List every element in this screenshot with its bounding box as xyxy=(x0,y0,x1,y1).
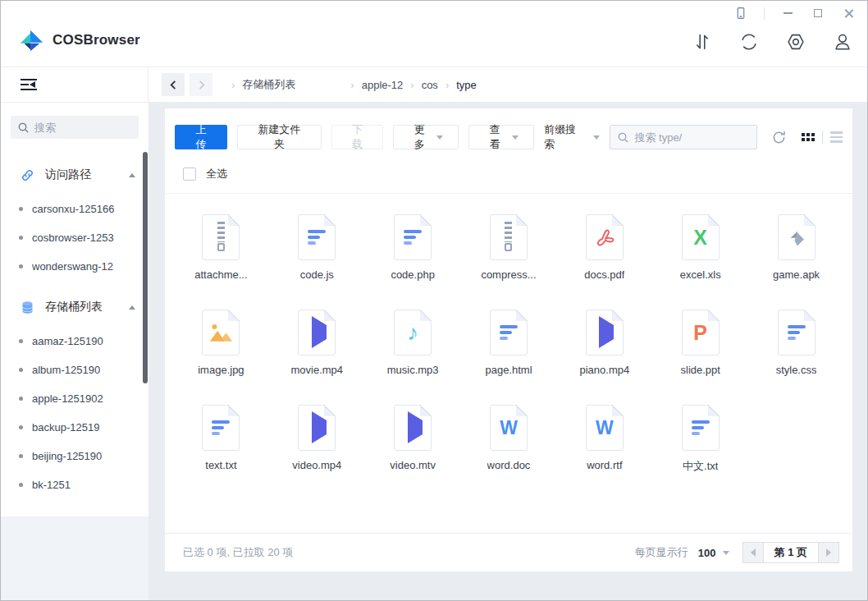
chevron-down-icon xyxy=(593,135,600,140)
page-fold xyxy=(804,310,815,321)
file-item[interactable]: style.css xyxy=(748,310,844,376)
breadcrumb-item[interactable]: apple-12 xyxy=(362,79,404,91)
app-window: COSBrowser xyxy=(0,0,868,601)
maximize-button[interactable] xyxy=(811,6,825,21)
apk-file-icon xyxy=(786,227,807,248)
file-item[interactable]: movie.mp4 xyxy=(269,310,365,376)
select-all-label: 全选 xyxy=(206,167,227,181)
per-page-dropdown[interactable]: 100 xyxy=(698,547,729,559)
file-item[interactable]: piano.mp4 xyxy=(556,310,652,376)
video-file-icon xyxy=(595,325,614,340)
transfer-list-icon[interactable] xyxy=(691,30,714,53)
breadcrumb-item[interactable]: cos xyxy=(422,79,438,91)
page-fold xyxy=(324,405,336,416)
file-item[interactable]: video.mtv xyxy=(365,405,461,474)
titlebar: COSBrowser xyxy=(1,1,867,67)
page-fold xyxy=(324,310,336,321)
breadcrumb-separator: › xyxy=(445,79,449,91)
file-item[interactable]: P slide.ppt xyxy=(652,310,748,376)
list-view-icon[interactable] xyxy=(830,131,843,143)
music-file-icon: ♪ xyxy=(407,322,418,344)
file-item[interactable]: game.apk xyxy=(748,214,844,281)
prev-page-button[interactable] xyxy=(742,542,764,563)
file-item[interactable]: 中文.txt xyxy=(652,405,748,474)
sidebar-item-access-path[interactable]: wonderswang-12 xyxy=(1,252,148,281)
file-item[interactable]: code.php xyxy=(365,214,461,281)
section-access-paths: 访问路径 carsonxu-125166 xyxy=(1,160,148,281)
minimize-button[interactable] xyxy=(780,6,795,21)
download-button[interactable]: 下载 xyxy=(331,125,384,149)
sidebar-item-bucket[interactable]: bk-1251 xyxy=(1,470,148,499)
back-button[interactable] xyxy=(162,73,185,96)
file-item[interactable]: W word.doc xyxy=(461,405,557,474)
sidebar-search[interactable] xyxy=(11,116,139,139)
file-item[interactable]: text.txt xyxy=(173,405,269,474)
app-title: COSBrowser xyxy=(53,32,140,48)
sidebar-item-access-path[interactable]: carsonxu-125166 xyxy=(1,195,148,223)
sidebar-item-bucket[interactable]: backup-12519 xyxy=(1,413,148,442)
video-file-icon xyxy=(404,420,423,435)
section-header-bucket-list[interactable]: 存储桶列表 xyxy=(1,292,148,322)
section-header-access-paths[interactable]: 访问路径 xyxy=(1,160,148,190)
page-fold xyxy=(420,310,432,321)
link-icon xyxy=(20,167,35,183)
view-button[interactable]: 查看 xyxy=(468,125,534,149)
user-icon[interactable] xyxy=(831,30,854,53)
sidebar-item-bucket[interactable]: album-125190 xyxy=(1,356,148,384)
page-fold xyxy=(612,214,624,226)
breadcrumb-item[interactable]: 存储桶列表 xyxy=(242,77,295,92)
file-item[interactable]: compress... xyxy=(461,214,557,281)
lines-file-icon xyxy=(788,325,806,340)
current-page-indicator: 第 1 页 xyxy=(763,542,819,563)
refresh-icon[interactable] xyxy=(767,126,790,149)
doc-file-icon: W xyxy=(500,419,518,438)
sidebar-item-bucket[interactable]: apple-1251902 xyxy=(1,384,148,413)
file-search-input[interactable] xyxy=(634,131,750,144)
mobile-icon[interactable] xyxy=(733,6,748,21)
close-button[interactable] xyxy=(841,6,856,21)
sidebar-item-bucket[interactable]: beijing-125190 xyxy=(1,442,148,470)
forward-button[interactable] xyxy=(190,73,212,96)
prefix-search-dropdown[interactable]: 前缀搜索 xyxy=(544,122,600,152)
settings-icon[interactable] xyxy=(784,30,807,53)
sidebar-item-access-path[interactable]: cosbrowser-1253 xyxy=(1,223,148,252)
next-page-button[interactable] xyxy=(818,542,839,563)
select-all-checkbox[interactable] xyxy=(183,167,196,181)
upload-button[interactable]: 上传 xyxy=(175,125,227,149)
search-icon xyxy=(617,131,629,144)
breadcrumb-item[interactable]: type xyxy=(456,79,477,91)
ppt-file-icon: P xyxy=(693,323,707,343)
file-item[interactable]: page.html xyxy=(461,310,557,376)
breadcrumb-separator: › xyxy=(410,79,413,91)
page-fold xyxy=(516,405,528,416)
grid-view-icon[interactable] xyxy=(802,133,815,141)
sidebar-item-bucket[interactable]: aamaz-125190 xyxy=(1,327,148,356)
brand: COSBrowser xyxy=(17,26,140,54)
file-name: excel.xls xyxy=(680,268,721,281)
more-button[interactable]: 更多 xyxy=(393,125,459,149)
page-fold xyxy=(804,214,815,226)
sidebar-search-input[interactable] xyxy=(34,122,132,134)
doc-file-icon: W xyxy=(596,419,614,438)
file-item[interactable]: image.jpg xyxy=(173,310,269,376)
file-item[interactable]: docs.pdf xyxy=(556,214,652,281)
page-fold xyxy=(420,214,432,226)
file-item[interactable]: video.mp4 xyxy=(269,405,365,474)
file-item[interactable]: attachme... xyxy=(173,214,269,281)
sync-icon[interactable] xyxy=(738,30,761,53)
new-folder-button[interactable]: 新建文件夹 xyxy=(237,125,322,149)
file-name: video.mtv xyxy=(390,459,436,471)
file-search[interactable] xyxy=(610,125,757,149)
file-item[interactable]: code.js xyxy=(269,214,365,281)
collapse-sidebar-icon[interactable] xyxy=(21,79,37,90)
selection-status: 已选 0 项, 已拉取 20 项 xyxy=(183,545,293,560)
file-item[interactable]: W word.rtf xyxy=(556,405,652,474)
page-fold xyxy=(228,405,240,416)
page-fold xyxy=(612,405,624,416)
file-item[interactable]: X excel.xls xyxy=(652,214,748,281)
search-icon xyxy=(17,122,30,134)
bullet-icon xyxy=(19,236,23,240)
breadcrumb: › 存储桶列表 › apple-12 › cos › xyxy=(224,77,477,92)
sidebar-scrollbar-thumb[interactable] xyxy=(143,152,148,383)
file-item[interactable]: ♪ music.mp3 xyxy=(365,310,461,376)
